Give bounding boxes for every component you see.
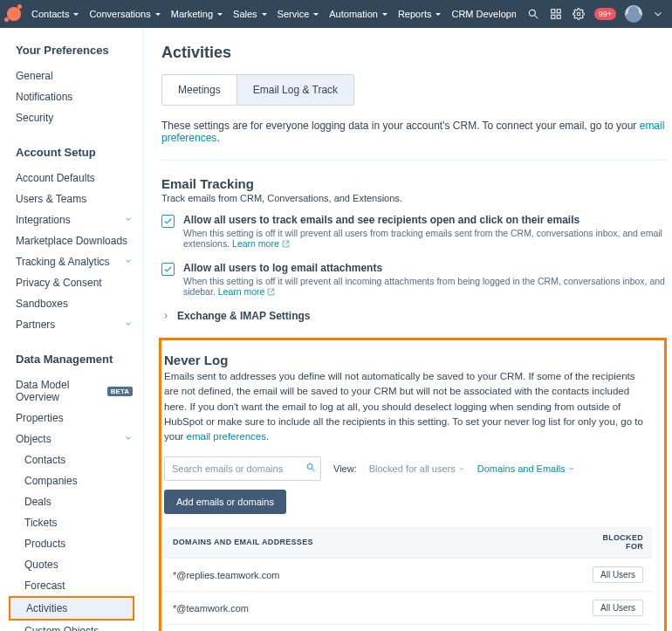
table-row: *@teamwork.com All Users [164, 592, 652, 625]
domains-filter-dropdown[interactable]: Domains and Emails [477, 463, 575, 474]
sidebar-privacy-consent[interactable]: Privacy & Consent [16, 272, 143, 293]
search-wrap [164, 456, 321, 481]
sidebar-obj-companies[interactable]: Companies [16, 470, 143, 491]
learn-more-link[interactable]: Learn more [232, 238, 279, 249]
nav-service[interactable]: Service [278, 9, 319, 19]
chevron-down-icon [124, 319, 133, 331]
sidebar-obj-forecast[interactable]: Forecast [16, 575, 143, 596]
domain-cell: *@replies.teamwork.com [164, 559, 582, 592]
chevron-down-icon [568, 465, 575, 472]
never-log-heading: Never Log [164, 353, 652, 367]
add-emails-button[interactable]: Add emails or domains [164, 490, 286, 514]
chevron-down-icon [124, 433, 133, 445]
nav-contacts[interactable]: Contacts [31, 9, 79, 19]
search-icon[interactable] [526, 7, 540, 21]
learn-more-link[interactable]: Learn more [218, 286, 265, 297]
sidebar-prefs-heading: Your Preferences [16, 44, 143, 57]
account-chevron-icon[interactable] [651, 7, 665, 21]
nav-reports[interactable]: Reports [398, 9, 442, 19]
email-preferences-link[interactable]: email preferences [187, 431, 266, 442]
svg-point-0 [529, 10, 535, 16]
sidebar-account-defaults[interactable]: Account Defaults [16, 168, 143, 189]
settings-icon[interactable] [572, 7, 586, 21]
tabs: Meetings Email Log & Track [161, 74, 354, 106]
col-blocked-for: BLOCKED FOR [582, 526, 652, 559]
blocked-for-button[interactable]: All Users [593, 566, 643, 583]
sidebar-integrations[interactable]: Integrations [16, 209, 143, 230]
track-emails-label: Allow all users to track emails and see … [183, 214, 667, 226]
main-content: Activities Meetings Email Log & Track Th… [144, 28, 672, 631]
sidebar-obj-activities[interactable]: Activities [10, 598, 133, 619]
separator [161, 160, 667, 161]
sidebar-marketplace-downloads[interactable]: Marketplace Downloads [16, 230, 143, 251]
marketplace-icon[interactable] [549, 7, 563, 21]
email-tracking-sub: Track emails from CRM, Conversations, an… [161, 193, 667, 203]
svg-rect-2 [551, 10, 554, 13]
avatar[interactable] [625, 5, 642, 23]
sidebar-obj-quotes[interactable]: Quotes [16, 554, 143, 575]
sidebar-partners[interactable]: Partners [16, 314, 143, 335]
checkbox-track-emails[interactable] [161, 215, 175, 228]
svg-rect-5 [557, 15, 560, 18]
sidebar-obj-custom[interactable]: Custom Objects [16, 621, 143, 631]
nav-conversations[interactable]: Conversations [89, 9, 160, 19]
sidebar-data-model[interactable]: Data Model OverviewBETA [16, 374, 143, 408]
domain-cell: *@teamwork.com [164, 592, 582, 625]
sidebar-security[interactable]: Security [16, 107, 143, 128]
tab-email-log-track[interactable]: Email Log & Track [237, 75, 353, 105]
check-icon [163, 216, 173, 226]
log-attachments-label: Allow all users to log email attachments [183, 262, 667, 274]
log-attachments-help: When this setting is off it will prevent… [183, 276, 667, 298]
chevron-down-icon [124, 256, 133, 268]
external-link-icon [267, 287, 275, 298]
check-icon [163, 264, 173, 274]
never-log-table: DOMAINS AND EMAIL ADDRESSES BLOCKED FOR … [164, 526, 652, 631]
tab-meetings[interactable]: Meetings [162, 75, 237, 105]
never-log-highlight-box: Never Log Emails sent to addresses you d… [159, 338, 667, 631]
nav-sales[interactable]: Sales [233, 9, 267, 19]
col-domains: DOMAINS AND EMAIL ADDRESSES [164, 526, 582, 559]
svg-point-7 [307, 464, 312, 470]
svg-line-1 [534, 16, 538, 19]
sidebar-obj-products[interactable]: Products [16, 533, 143, 554]
chevron-right-icon [161, 312, 170, 320]
sidebar-properties[interactable]: Properties [16, 408, 143, 429]
table-row: * , All Users [164, 625, 652, 631]
track-emails-help: When this setting is off it will prevent… [183, 228, 667, 250]
nav-marketing[interactable]: Marketing [171, 9, 223, 19]
chevron-down-icon [458, 465, 465, 472]
blocked-for-button[interactable]: All Users [593, 600, 643, 616]
sidebar: Your Preferences General Notifications S… [0, 28, 144, 631]
nav-automation[interactable]: Automation [329, 9, 387, 19]
svg-rect-3 [557, 10, 560, 13]
email-tracking-heading: Email Tracking [161, 176, 667, 191]
never-log-text: Emails sent to addresses you define will… [164, 369, 652, 444]
checkbox-log-attachments[interactable] [161, 263, 175, 276]
sidebar-general[interactable]: General [16, 65, 143, 86]
top-nav: Contacts Conversations Marketing Sales S… [0, 0, 672, 28]
external-link-icon [282, 239, 290, 250]
domain-cell: * , [164, 625, 582, 631]
chevron-down-icon [124, 214, 133, 226]
search-input[interactable] [164, 456, 321, 481]
nav-crm-dev[interactable]: CRM Development [451, 9, 515, 19]
sidebar-objects[interactable]: Objects [16, 429, 143, 449]
table-row: *@replies.teamwork.com All Users [164, 559, 652, 592]
page-title: Activities [161, 44, 667, 62]
notification-badge[interactable]: 99+ [594, 8, 616, 20]
exchange-imap-toggle[interactable]: Exchange & IMAP Settings [161, 310, 667, 322]
sidebar-sandboxes[interactable]: Sandboxes [16, 293, 143, 314]
sidebar-tracking-analytics[interactable]: Tracking & Analytics [16, 251, 143, 272]
beta-badge: BETA [107, 387, 133, 396]
svg-rect-4 [551, 15, 554, 18]
nav-items: Contacts Conversations Marketing Sales S… [31, 9, 516, 19]
search-icon[interactable] [305, 463, 316, 476]
sidebar-obj-deals[interactable]: Deals [16, 491, 143, 512]
sidebar-notifications[interactable]: Notifications [16, 86, 143, 107]
blocked-filter-dropdown[interactable]: Blocked for all users [369, 463, 465, 474]
sidebar-obj-tickets[interactable]: Tickets [16, 512, 143, 533]
sidebar-obj-contacts[interactable]: Contacts [16, 449, 143, 470]
sidebar-data-heading: Data Management [16, 353, 143, 366]
sidebar-users-teams[interactable]: Users & Teams [16, 189, 143, 209]
hubspot-logo-icon[interactable] [7, 7, 21, 21]
